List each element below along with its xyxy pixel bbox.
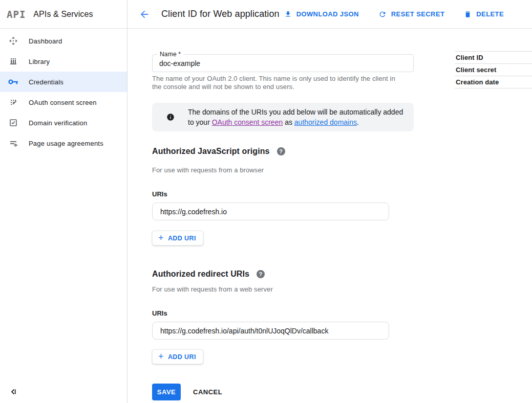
sidebar-item-domain-verification[interactable]: Domain verification <box>0 113 127 133</box>
sidebar-item-label: Domain verification <box>29 119 87 127</box>
download-icon <box>284 10 292 18</box>
reset-secret-button[interactable]: RESET SECRET <box>378 10 444 18</box>
section-subtext: For use with requests from a web server <box>152 285 414 293</box>
save-button[interactable]: SAVE <box>152 384 181 400</box>
summary-row-creation-date: Creation date <box>455 76 532 88</box>
plus-icon: + <box>158 352 164 361</box>
sidebar-item-credentials[interactable]: Credentials <box>0 72 127 92</box>
side-nav: Dashboard Library <box>0 29 127 153</box>
trash-icon <box>464 10 472 18</box>
info-note-text: The domains of the URIs you add below wi… <box>188 107 403 127</box>
add-uri-button[interactable]: + ADD URI <box>152 231 203 245</box>
uris-label: URIs <box>152 309 414 317</box>
oauth-consent-screen-link[interactable]: OAuth consent screen <box>212 118 283 126</box>
redirect-uri-input[interactable] <box>152 322 389 340</box>
product-title: APIs & Services <box>33 10 93 19</box>
library-icon <box>8 56 18 66</box>
sidebar-item-label: Page usage agreements <box>29 140 103 147</box>
page-title: Client ID for Web application <box>161 9 280 19</box>
info-icon <box>166 113 175 121</box>
gcp-console-window: API APIs & Services Dashboa <box>0 0 532 403</box>
sidebar-item-label: Library <box>29 58 50 65</box>
help-icon[interactable]: ? <box>257 270 265 278</box>
js-origin-uri-input[interactable] <box>152 203 389 220</box>
summary-row-client-id: Client ID <box>455 51 532 63</box>
api-logo: API <box>7 9 26 20</box>
dashboard-icon <box>8 36 18 46</box>
add-uri-button[interactable]: + ADD URI <box>152 349 203 364</box>
name-field-label: Name * <box>157 51 183 58</box>
name-helper-text: The name of your OAuth 2.0 client. This … <box>152 75 398 91</box>
sidebar: API APIs & Services Dashboa <box>0 0 127 403</box>
section-heading-js-origins: Authorized JavaScript origins ? <box>152 147 414 156</box>
sidebar-item-dashboard[interactable]: Dashboard <box>0 31 127 51</box>
section-heading-redirect-uris: Authorized redirect URIs ? <box>152 270 414 279</box>
name-field: Name * <box>152 54 414 72</box>
sidebar-item-label: Credentials <box>29 78 63 86</box>
refresh-icon <box>378 10 387 18</box>
sidebar-header: API APIs & Services <box>0 0 127 29</box>
name-input[interactable] <box>153 55 413 72</box>
uris-label: URIs <box>152 190 414 198</box>
section-subtext: For use with requests from a browser <box>152 166 414 174</box>
form-buttons: SAVE CANCEL <box>152 384 414 400</box>
summary-row-client-secret: Client secret <box>455 63 532 76</box>
plus-icon: + <box>158 233 164 242</box>
key-icon <box>8 77 18 87</box>
collapse-sidebar-icon[interactable] <box>8 387 18 397</box>
sidebar-item-label: Dashboard <box>29 37 62 45</box>
page-header: Client ID for Web application DOWNLOAD J… <box>127 0 532 29</box>
back-arrow-icon[interactable] <box>138 8 151 20</box>
info-note: The domains of the URIs you add below wi… <box>152 103 414 131</box>
delete-button[interactable]: DELETE <box>464 10 504 18</box>
consent-screen-icon <box>8 97 18 107</box>
page-agreements-icon <box>8 138 18 148</box>
cancel-button[interactable]: CANCEL <box>193 388 222 396</box>
header-actions: DOWNLOAD JSON RESET SECRET DELETE <box>284 10 504 18</box>
client-id-form: Name * The name of your OAuth 2.0 client… <box>152 29 414 400</box>
domain-verification-icon <box>8 118 18 128</box>
sidebar-item-label: OAuth consent screen <box>29 99 97 106</box>
help-icon[interactable]: ? <box>277 147 285 155</box>
sidebar-item-library[interactable]: Library <box>0 51 127 72</box>
authorized-domains-link[interactable]: authorized domains <box>294 118 357 126</box>
sidebar-item-page-usage-agreements[interactable]: Page usage agreements <box>0 133 127 153</box>
download-json-button[interactable]: DOWNLOAD JSON <box>284 10 359 18</box>
client-summary-panel: Client ID Client secret Creation date <box>455 51 532 88</box>
sidebar-item-oauth-consent-screen[interactable]: OAuth consent screen <box>0 92 127 113</box>
